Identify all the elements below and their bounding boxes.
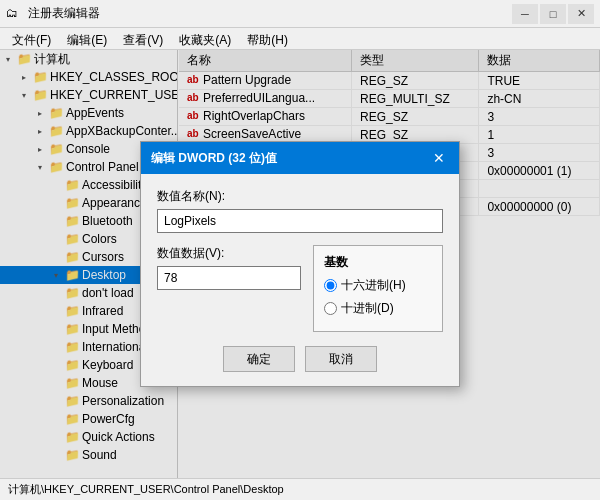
status-bar: 计算机\HKEY_CURRENT_USER\Control Panel\Desk… <box>0 478 600 500</box>
name-label: 数值名称(N): <box>157 188 443 205</box>
hex-radio[interactable] <box>324 279 337 292</box>
dialog-title-bar: 编辑 DWORD (32 位)值 ✕ <box>141 142 459 174</box>
minimize-button[interactable]: ─ <box>512 4 538 24</box>
dialog-row: 数值数据(V): 基数 十六进制(H) 十进制(D) <box>157 245 443 332</box>
cancel-button[interactable]: 取消 <box>305 346 377 372</box>
menu-item[interactable]: 收藏夹(A) <box>171 30 239 47</box>
menu-bar: 文件(F)编辑(E)查看(V)收藏夹(A)帮助(H) <box>0 28 600 50</box>
dec-radio-label[interactable]: 十进制(D) <box>324 300 432 317</box>
menu-item[interactable]: 帮助(H) <box>239 30 296 47</box>
dialog-overlay: 编辑 DWORD (32 位)值 ✕ 数值名称(N): 数值数据(V): 基数 <box>0 50 600 478</box>
dialog-title: 编辑 DWORD (32 位)值 <box>151 150 277 167</box>
data-label: 数值数据(V): <box>157 245 301 262</box>
title-bar: 🗂 注册表编辑器 ─ □ ✕ <box>0 0 600 28</box>
menu-item[interactable]: 编辑(E) <box>59 30 115 47</box>
hex-radio-text: 十六进制(H) <box>341 277 406 294</box>
main-area: 计算机HKEY_CLASSES_ROOTHKEY_CURRENT_USERApp… <box>0 50 600 478</box>
status-text: 计算机\HKEY_CURRENT_USER\Control Panel\Desk… <box>8 482 284 497</box>
base-title: 基数 <box>324 254 432 271</box>
dialog-close-button[interactable]: ✕ <box>429 148 449 168</box>
edit-dword-dialog: 编辑 DWORD (32 位)值 ✕ 数值名称(N): 数值数据(V): 基数 <box>140 141 460 387</box>
name-input[interactable] <box>157 209 443 233</box>
ok-button[interactable]: 确定 <box>223 346 295 372</box>
title-bar-buttons: ─ □ ✕ <box>512 4 594 24</box>
dialog-body: 数值名称(N): 数值数据(V): 基数 十六进制(H) <box>141 174 459 386</box>
dec-radio[interactable] <box>324 302 337 315</box>
hex-radio-label[interactable]: 十六进制(H) <box>324 277 432 294</box>
close-button[interactable]: ✕ <box>568 4 594 24</box>
value-section: 数值数据(V): <box>157 245 301 332</box>
app-title: 注册表编辑器 <box>28 5 100 22</box>
menu-item[interactable]: 查看(V) <box>115 30 171 47</box>
dec-radio-text: 十进制(D) <box>341 300 394 317</box>
dialog-buttons: 确定 取消 <box>157 346 443 376</box>
data-input[interactable] <box>157 266 301 290</box>
menu-item[interactable]: 文件(F) <box>4 30 59 47</box>
base-section: 基数 十六进制(H) 十进制(D) <box>313 245 443 332</box>
title-bar-left: 🗂 注册表编辑器 <box>6 5 100 22</box>
maximize-button[interactable]: □ <box>540 4 566 24</box>
app-icon: 🗂 <box>6 6 22 22</box>
